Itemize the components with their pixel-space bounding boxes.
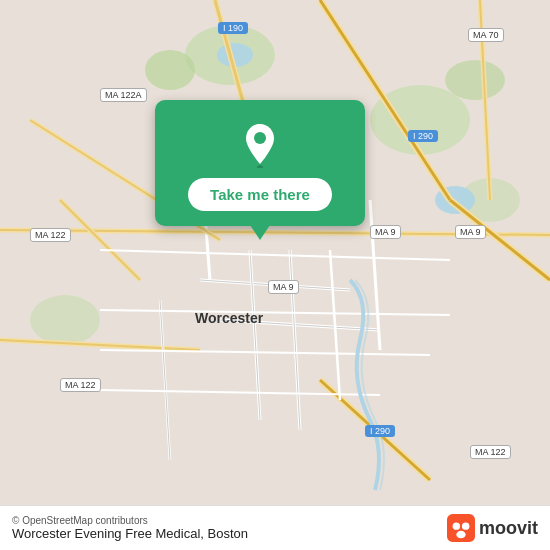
take-me-there-button[interactable]: Take me there xyxy=(188,178,332,211)
bottom-bar: © OpenStreetMap contributors Worcester E… xyxy=(0,505,550,550)
city-label-worcester: Worcester xyxy=(195,310,263,326)
location-name: Worcester Evening Free Medical, Boston xyxy=(12,526,248,541)
svg-point-45 xyxy=(254,132,266,144)
svg-point-4 xyxy=(445,60,505,100)
road-label-i190: I 190 xyxy=(218,22,248,34)
map-background xyxy=(0,0,550,550)
road-label-ma70: MA 70 xyxy=(468,28,504,42)
road-label-ma9-mid: MA 9 xyxy=(370,225,401,239)
road-label-i290-top: I 290 xyxy=(408,130,438,142)
moovit-brand-text: moovit xyxy=(479,518,538,539)
road-label-i290-lower: I 290 xyxy=(365,425,395,437)
location-pin-icon xyxy=(236,120,284,168)
road-label-ma9-lower: MA 9 xyxy=(268,280,299,294)
road-label-ma9-right: MA 9 xyxy=(455,225,486,239)
bottom-left-info: © OpenStreetMap contributors Worcester E… xyxy=(12,515,248,541)
svg-point-5 xyxy=(30,295,100,345)
copyright-text: © OpenStreetMap contributors xyxy=(12,515,248,526)
moovit-logo: moovit xyxy=(447,514,538,542)
road-label-ma122-lower: MA 122 xyxy=(60,378,101,392)
road-label-ma122-bottom: MA 122 xyxy=(470,445,511,459)
road-label-ma122a: MA 122A xyxy=(100,88,147,102)
svg-point-49 xyxy=(462,522,469,529)
svg-point-2 xyxy=(145,50,195,90)
map-container: I 190 MA 70 MA 122A I 290 MA 9 MA 9 MA 1… xyxy=(0,0,550,550)
svg-point-44 xyxy=(257,165,263,168)
moovit-icon xyxy=(447,514,475,542)
popup-card: Take me there xyxy=(155,100,365,226)
svg-point-48 xyxy=(453,522,460,529)
svg-point-47 xyxy=(456,531,465,538)
road-label-ma122-left: MA 122 xyxy=(30,228,71,242)
